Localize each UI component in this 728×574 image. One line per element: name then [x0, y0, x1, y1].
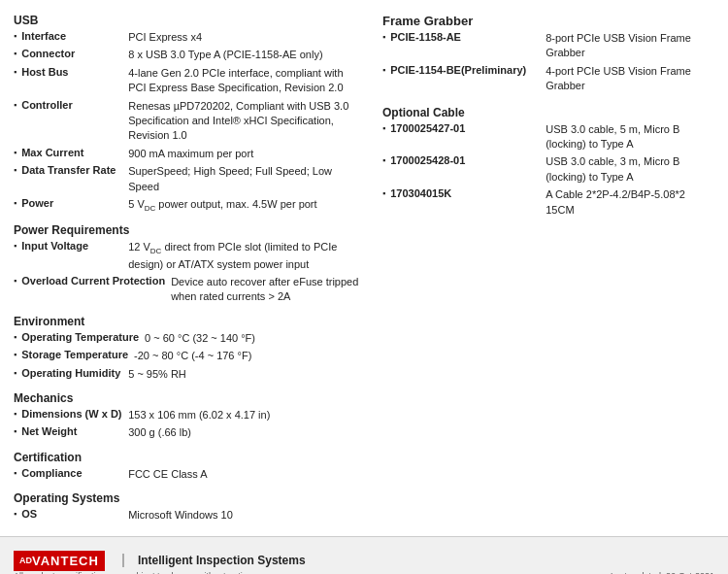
mechanics-spec-list: Dimensions (W x D) 153 x 106 mm (6.02 x …	[14, 408, 363, 441]
list-item: Data Transfer Rate SuperSpeed; High Spee…	[14, 164, 363, 194]
spec-key: Data Transfer Rate	[21, 164, 128, 176]
certification-spec-list: Compliance FCC CE Class A	[14, 467, 363, 482]
usb-section-title: USB	[14, 14, 363, 27]
left-column: USB Interface PCI Express x4 Connector 8…	[14, 10, 363, 526]
list-item: PCIE-1158-AE 8-port PCIe USB Vision Fram…	[382, 31, 714, 61]
spec-val: PCI Express x4	[128, 30, 363, 45]
footer: ADVANTECH Intelligent Inspection Systems…	[0, 536, 728, 574]
spec-key: PCIE-1158-AE	[390, 31, 546, 43]
frame-grabber-section-title: Frame Grabber	[382, 14, 714, 28]
spec-val: 8-port PCIe USB Vision Frame Grabber	[546, 31, 714, 61]
spec-key: Connector	[21, 48, 128, 59]
footer-note-left: All product specifications are subject t…	[14, 571, 254, 574]
list-item: Controller Renesas µPD720202, Compliant …	[14, 99, 363, 144]
spec-val: 900 mA maximum per port	[128, 147, 363, 161]
spec-key: PCIE-1154-BE(Preliminary)	[390, 64, 546, 76]
spec-val: FCC CE Class A	[128, 467, 363, 482]
spec-val: A Cable 2*2P-4.2/B4P-5.08*2 15CM	[546, 187, 714, 218]
spec-val: 300 g (.66 lb)	[128, 425, 363, 440]
spec-key: Overload Current Protection	[21, 275, 171, 287]
list-item: 1700025427-01 USB 3.0 cable, 5 m, Micro …	[382, 122, 714, 152]
list-item: Interface PCI Express x4	[14, 30, 363, 45]
environment-section-title: Environment	[14, 315, 363, 328]
footer-note-right: Last updated: 26-Oct-2021	[611, 571, 714, 574]
list-item: Storage Temperature -20 ~ 80 °C (-4 ~ 17…	[14, 349, 363, 363]
list-item: Overload Current Protection Device auto …	[14, 275, 363, 305]
list-item: Input Voltage 12 VDC direct from PCIe sl…	[14, 240, 363, 272]
logo-box: ADVANTECH	[14, 551, 105, 571]
spec-val: Microsoft Windows 10	[128, 508, 363, 523]
spec-key: Dimensions (W x D)	[21, 408, 128, 420]
list-item: Compliance FCC CE Class A	[14, 467, 363, 482]
power-spec-list: Input Voltage 12 VDC direct from PCIe sl…	[14, 240, 363, 305]
spec-key: 170304015K	[390, 187, 546, 199]
spec-val: 153 x 106 mm (6.02 x 4.17 in)	[128, 408, 363, 422]
mechanics-section-title: Mechanics	[14, 391, 363, 405]
spec-val: 0 ~ 60 °C (32 ~ 140 °F)	[145, 331, 363, 346]
spec-val: USB 3.0 cable, 3 m, Micro B (locking) to…	[546, 154, 714, 185]
spec-key: Power	[21, 197, 128, 209]
optional-cable-section-title: Optional Cable	[382, 106, 714, 119]
list-item: Dimensions (W x D) 153 x 106 mm (6.02 x …	[14, 408, 363, 422]
spec-val: Renesas µPD720202, Compliant with USB 3.…	[128, 99, 363, 144]
footer-logo: ADVANTECH	[14, 551, 105, 571]
list-item: Max Current 900 mA maximum per port	[14, 147, 363, 161]
power-section-title: Power Requirements	[14, 223, 363, 237]
list-item: Operating Temperature 0 ~ 60 °C (32 ~ 14…	[14, 331, 363, 346]
spec-val: Device auto recover after eFuse tripped …	[171, 275, 363, 305]
spec-val: 5 ~ 95% RH	[128, 367, 363, 382]
spec-val: USB 3.0 cable, 5 m, Micro B (locking) to…	[546, 122, 714, 152]
spec-val: -20 ~ 80 °C (-4 ~ 176 °F)	[134, 349, 363, 363]
spec-val: 8 x USB 3.0 Type A (PCIE-1158-AE only)	[128, 48, 363, 62]
spec-key: Interface	[21, 30, 128, 42]
spec-key: Controller	[21, 99, 128, 111]
spec-key: 1700025428-01	[390, 154, 546, 166]
spec-key: Net Weight	[21, 425, 128, 437]
spec-key: OS	[21, 508, 128, 520]
spec-key: Compliance	[21, 467, 128, 479]
list-item: Power 5 VDC power output, max. 4.5W per …	[14, 197, 363, 214]
spec-key: Storage Temperature	[21, 349, 134, 360]
spec-key: Input Voltage	[21, 240, 128, 252]
spec-key: 1700025427-01	[390, 122, 546, 134]
spec-val: 5 VDC power output, max. 4.5W per port	[128, 197, 363, 214]
spec-val: 12 VDC direct from PCIe slot (limited to…	[128, 240, 363, 272]
list-item: OS Microsoft Windows 10	[14, 508, 363, 523]
spec-val: SuperSpeed; High Speed; Full Speed; Low …	[128, 164, 363, 194]
os-section-title: Operating Systems	[14, 491, 363, 505]
right-column: Frame Grabber PCIE-1158-AE 8-port PCIe U…	[382, 10, 714, 526]
environment-spec-list: Operating Temperature 0 ~ 60 °C (32 ~ 14…	[14, 331, 363, 382]
footer-tagline: Intelligent Inspection Systems	[122, 554, 306, 567]
spec-val: 4-port PCIe USB Vision Frame Grabber	[546, 64, 714, 94]
spec-key: Host Bus	[21, 66, 128, 78]
frame-grabber-spec-list: PCIE-1158-AE 8-port PCIe USB Vision Fram…	[382, 31, 714, 94]
spec-key: Max Current	[21, 147, 128, 158]
list-item: Net Weight 300 g (.66 lb)	[14, 425, 363, 440]
list-item: 1700025428-01 USB 3.0 cable, 3 m, Micro …	[382, 154, 714, 185]
footer-bottom: All product specifications are subject t…	[14, 571, 714, 574]
spec-key: Operating Humidity	[21, 367, 128, 379]
spec-key: Operating Temperature	[21, 331, 145, 343]
list-item: 170304015K A Cable 2*2P-4.2/B4P-5.08*2 1…	[382, 187, 714, 218]
spec-val: 4-lane Gen 2.0 PCIe interface, compliant…	[128, 66, 363, 96]
os-spec-list: OS Microsoft Windows 10	[14, 508, 363, 523]
list-item: Host Bus 4-lane Gen 2.0 PCIe interface, …	[14, 66, 363, 96]
list-item: PCIE-1154-BE(Preliminary) 4-port PCIe US…	[382, 64, 714, 94]
list-item: Connector 8 x USB 3.0 Type A (PCIE-1158-…	[14, 48, 363, 62]
usb-spec-list: Interface PCI Express x4 Connector 8 x U…	[14, 30, 363, 214]
certification-section-title: Certification	[14, 451, 363, 464]
list-item: Operating Humidity 5 ~ 95% RH	[14, 367, 363, 382]
optional-cable-spec-list: 1700025427-01 USB 3.0 cable, 5 m, Micro …	[382, 122, 714, 218]
